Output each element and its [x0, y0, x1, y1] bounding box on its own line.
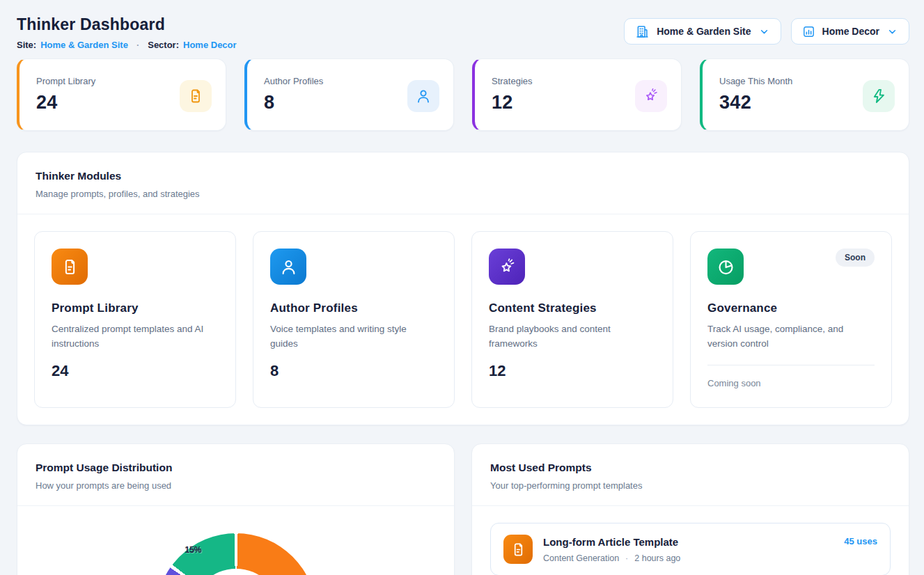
module-card-governance[interactable]: Soon Governance Track AI usage, complian… — [690, 231, 892, 408]
sector-selector-dropdown[interactable]: Home Decor — [791, 18, 909, 45]
coming-soon-text: Coming soon — [707, 378, 875, 388]
module-title: Author Profiles — [270, 301, 437, 315]
lightning-icon — [863, 80, 895, 112]
donut-chart: 15% — [156, 533, 316, 575]
stat-label: Prompt Library — [36, 76, 95, 86]
modules-subtitle: Manage prompts, profiles, and strategies — [36, 189, 891, 199]
bar-chart-icon — [802, 25, 815, 38]
modules-title: Thinker Modules — [36, 170, 891, 182]
document-icon — [180, 80, 212, 112]
person-icon — [270, 249, 306, 285]
stat-card-strategies: Strategies 12 — [472, 58, 682, 131]
module-card-prompt-library[interactable]: Prompt Library Centralized prompt templa… — [34, 231, 236, 408]
module-description: Centralized prompt templates and AI inst… — [52, 322, 212, 351]
module-count: 12 — [489, 362, 656, 380]
pie-chart-icon — [707, 249, 744, 285]
breadcrumb: Site: Home & Garden Site · Sector: Home … — [17, 40, 237, 50]
soon-badge: Soon — [836, 249, 875, 267]
thinker-modules-section: Thinker Modules Manage prompts, profiles… — [17, 152, 909, 425]
document-icon — [52, 249, 88, 285]
prompts-panel-subtitle: Your top-performing prompt templates — [490, 480, 891, 491]
sparkle-star-icon — [489, 249, 525, 285]
topbar: Thinker Dashboard Site: Home & Garden Si… — [17, 15, 909, 50]
document-icon — [503, 535, 533, 564]
sector-selector-label: Home Decor — [822, 26, 879, 37]
header-titles: Thinker Dashboard Site: Home & Garden Si… — [17, 15, 237, 50]
module-title: Governance — [707, 301, 875, 315]
sparkle-star-icon — [635, 80, 667, 112]
module-title: Prompt Library — [52, 301, 219, 315]
building-icon — [635, 24, 650, 39]
chevron-down-icon — [758, 26, 770, 38]
chevron-down-icon — [886, 26, 898, 38]
prompt-list-item[interactable]: Long-form Article Template Content Gener… — [490, 523, 891, 575]
most-used-prompts-panel: Most Used Prompts Your top-performing pr… — [471, 443, 909, 575]
usage-panel-header: Prompt Usage Distribution How your promp… — [17, 444, 454, 506]
module-count: 24 — [52, 362, 219, 380]
page-title: Thinker Dashboard — [17, 15, 237, 34]
module-card-author-profiles[interactable]: Author Profiles Voice templates and writ… — [253, 231, 455, 408]
module-divider — [707, 365, 875, 365]
stat-label: Author Profiles — [264, 76, 323, 86]
stat-card-usage: Usage This Month 342 — [700, 58, 909, 131]
module-description: Track AI usage, compliance, and version … — [707, 322, 868, 351]
modules-grid: Prompt Library Centralized prompt templa… — [17, 214, 909, 425]
site-label: Site: — [17, 40, 36, 50]
module-card-content-strategies[interactable]: Content Strategies Brand playbooks and c… — [471, 231, 673, 408]
site-link[interactable]: Home & Garden Site — [40, 40, 128, 50]
usage-panel-subtitle: How your prompts are being used — [36, 480, 436, 491]
stat-card-author-profiles: Author Profiles 8 — [244, 58, 454, 131]
prompt-uses-count: 45 uses — [844, 536, 877, 546]
prompts-panel-title: Most Used Prompts — [490, 462, 891, 474]
site-selector-dropdown[interactable]: Home & Garden Site — [624, 18, 781, 45]
prompt-time: 2 hours ago — [634, 553, 680, 563]
stat-value: 342 — [719, 92, 792, 113]
donut-chart-area: 15% — [17, 533, 454, 575]
sector-label: Sector: — [148, 40, 179, 50]
usage-panel-title: Prompt Usage Distribution — [36, 462, 436, 474]
prompts-panel-header: Most Used Prompts Your top-performing pr… — [472, 444, 909, 506]
dashboard-page: Thinker Dashboard Site: Home & Garden Si… — [0, 0, 924, 575]
prompt-category: Content Generation — [543, 553, 619, 563]
stat-label: Usage This Month — [719, 76, 792, 86]
module-description: Voice templates and writing style guides — [270, 322, 430, 351]
bottom-row: Prompt Usage Distribution How your promp… — [17, 443, 909, 575]
separator-dot: · — [625, 553, 628, 563]
prompt-title: Long-form Article Template — [543, 536, 680, 548]
module-title: Content Strategies — [489, 301, 656, 315]
prompt-usage-panel: Prompt Usage Distribution How your promp… — [17, 443, 455, 575]
module-count: 8 — [270, 362, 437, 380]
module-description: Brand playbooks and content frameworks — [489, 322, 649, 351]
site-selector-label: Home & Garden Site — [657, 26, 751, 37]
sector-link[interactable]: Home Decor — [183, 40, 237, 50]
stat-value: 12 — [492, 92, 533, 113]
modules-header: Thinker Modules Manage prompts, profiles… — [17, 152, 909, 214]
stat-value: 8 — [264, 92, 323, 113]
separator-dot: · — [132, 40, 143, 50]
stat-card-prompt-library: Prompt Library 24 — [17, 58, 226, 131]
person-icon — [407, 80, 439, 112]
stats-row: Prompt Library 24 Author Profiles 8 Stra… — [17, 58, 909, 131]
stat-label: Strategies — [492, 76, 533, 86]
stat-value: 24 — [36, 92, 95, 113]
donut-slice-label: 15% — [185, 545, 202, 555]
topbar-actions: Home & Garden Site Home Decor — [624, 18, 909, 45]
prompt-list: Long-form Article Template Content Gener… — [472, 506, 909, 575]
prompt-meta: Content Generation · 2 hours ago — [543, 553, 680, 563]
